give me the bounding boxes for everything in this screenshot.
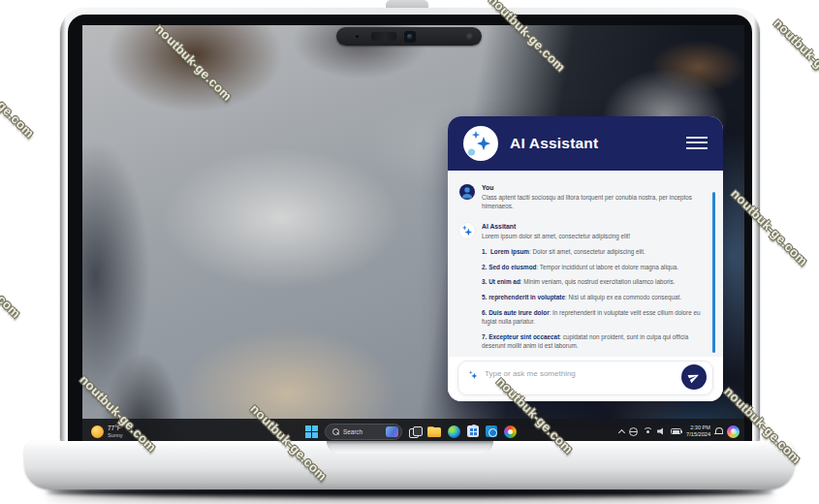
weather-text: 77°F Sunny: [108, 425, 123, 438]
weather-condition: Sunny: [108, 432, 123, 438]
camera-mic-icon: [466, 33, 474, 41]
desktop-screen: AI Assistant You: [82, 25, 744, 444]
laptop-lid: AI Assistant You: [60, 8, 760, 446]
outlook-icon: [486, 425, 497, 437]
search-label: Search: [343, 428, 382, 435]
search-image-thumbnail: [386, 426, 398, 437]
list-term: reprehenderit in voluptate: [488, 294, 565, 300]
list-term: Duis aute irure dolor: [488, 309, 550, 316]
folder-icon: [427, 426, 441, 437]
volume-button[interactable]: [657, 427, 666, 435]
assistant-avatar: [459, 223, 475, 238]
list-number: 2.: [482, 264, 487, 270]
sparkle-icon: [463, 126, 498, 161]
user-message: You Class aptent taciti sociosqu ad lito…: [459, 184, 704, 210]
task-view-icon: [409, 426, 421, 437]
list-number: 1.: [482, 248, 487, 255]
weather-temperature: 77°F: [108, 425, 123, 431]
copilot-button[interactable]: [727, 425, 740, 438]
store-button[interactable]: [467, 425, 479, 437]
assistant-logo: [463, 126, 498, 161]
list-text: : Minim veniam, quis nostrud exercitatio…: [520, 278, 676, 285]
list-item: 3. Ut enim ad: Minim veniam, quis nostru…: [482, 277, 704, 286]
list-item: 2. Sed do eiusmod: Tempor incididunt ut …: [482, 263, 704, 271]
list-item: 5. reprehenderit in voluptate: Nisi ut a…: [482, 293, 704, 301]
list-text: : Nisi ut aliquip ex ea commodo consequa…: [565, 294, 681, 300]
sun-icon: [91, 425, 104, 438]
file-explorer-button[interactable]: [427, 426, 441, 437]
sparkle-icon: [467, 369, 480, 382]
input-bar: [448, 357, 723, 401]
list-term: Excepteur sint occaecat: [488, 333, 559, 340]
photos-button[interactable]: [504, 425, 517, 438]
list-number: 6.: [482, 309, 487, 316]
message-text: Class aptent taciti sociosqu ad litora t…: [482, 193, 704, 211]
list-item: 6. Duis aute irure dolor: In reprehender…: [482, 308, 704, 326]
task-view-button[interactable]: [409, 426, 421, 437]
camera-lens-icon: [404, 31, 416, 43]
list-term: Ut enim ad: [488, 278, 520, 285]
wifi-icon: [643, 427, 652, 436]
search-box[interactable]: Search: [325, 424, 402, 440]
camera-indicator-dot: [356, 35, 359, 38]
battery-button[interactable]: [671, 428, 681, 434]
watermark: noutbuk-ge.com: [0, 238, 23, 321]
message-input-box[interactable]: [457, 361, 713, 395]
message-sender: You: [482, 184, 704, 191]
camera-bar: [336, 27, 482, 46]
search-icon: [332, 428, 339, 435]
globe-icon: [629, 427, 638, 436]
tray-expand-button[interactable]: [619, 428, 624, 435]
list-item: 1. Lorem ipsum: Dolor sit amet, consecte…: [482, 247, 704, 256]
send-button[interactable]: [681, 364, 707, 390]
wifi-button[interactable]: [643, 427, 652, 436]
chat-area: You Class aptent taciti sociosqu ad lito…: [448, 171, 723, 357]
list-number: 7.: [482, 333, 487, 340]
list-item: 7. Excepteur sint occaecat: cupidatat no…: [482, 332, 704, 350]
notification-bell-button[interactable]: [715, 427, 722, 435]
page: AI Assistant You: [0, 0, 819, 504]
watermark: noutbuk-ge.com: [0, 58, 37, 141]
list-text: : Tempor incididunt ut labore et dolore …: [536, 264, 678, 270]
screen-bezel: AI Assistant You: [68, 15, 752, 446]
edge-button[interactable]: [448, 425, 460, 438]
list-number: 3.: [482, 278, 487, 285]
chat-scrollbar[interactable]: [712, 192, 715, 353]
person-icon: [459, 184, 475, 200]
windows-logo-icon: [305, 425, 318, 438]
bell-icon: [715, 427, 722, 435]
edge-icon: [448, 425, 460, 438]
copilot-icon: [727, 425, 740, 438]
list-term: Sed do eiusmod: [488, 264, 536, 270]
store-icon: [467, 425, 479, 437]
clock-time: 2:30 PM: [686, 425, 710, 431]
outlook-button[interactable]: [486, 425, 497, 437]
watermark: noutbuk-ge.com: [771, 16, 819, 98]
ai-assistant-panel: AI Assistant You: [448, 116, 723, 401]
message-input[interactable]: [485, 366, 659, 380]
list-text: : Dolor sit amet, consectetur adipiscing…: [529, 248, 646, 255]
network-globe-button[interactable]: [629, 427, 638, 436]
laptop-base: [24, 441, 795, 489]
clock-date: 7/15/2024: [686, 431, 710, 438]
assistant-message-body: AI Assitant Lorem ipsum dolor sit amet, …: [482, 223, 704, 350]
start-button[interactable]: [305, 425, 318, 438]
photos-icon: [504, 425, 517, 438]
sparkle-icon: [459, 223, 475, 238]
clock[interactable]: 2:30 PM 7/15/2024: [686, 425, 710, 439]
message-intro: Lorem ipsum dolor sit amet, consectetur …: [482, 232, 704, 240]
assistant-message: AI Assitant Lorem ipsum dolor sit amet, …: [459, 223, 704, 350]
user-avatar: [459, 184, 475, 200]
message-sender: AI Assitant: [482, 223, 704, 230]
chevron-up-icon: [618, 428, 625, 435]
send-icon: [686, 369, 702, 385]
list-term: Lorem ipsum: [490, 248, 529, 255]
speaker-icon: [657, 427, 666, 435]
panel-title: AI Assistant: [510, 135, 598, 152]
laptop-base-notch: [327, 441, 493, 454]
camera-sensor: [371, 32, 396, 41]
battery-icon: [671, 428, 681, 434]
list-number: 5.: [482, 294, 487, 300]
menu-button hamburger-icon[interactable]: [686, 137, 708, 149]
assistant-header: AI Assistant: [448, 116, 723, 171]
